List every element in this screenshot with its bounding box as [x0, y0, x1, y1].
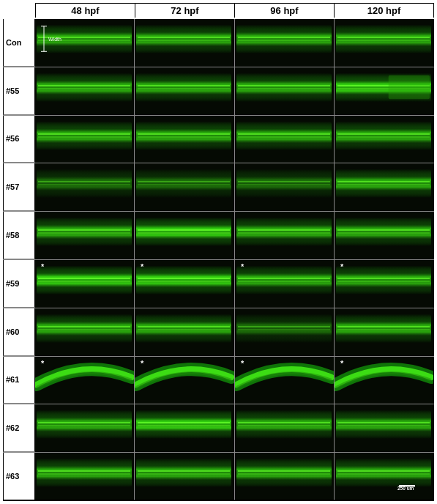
- image-cell-r3-c2: [235, 163, 335, 211]
- image-cell-r3-c3: [335, 163, 434, 211]
- image-cell-r4-c3: [335, 212, 434, 259]
- svg-rect-50: [336, 122, 431, 150]
- svg-rect-130: [37, 410, 132, 439]
- image-cell-r4-c1: [135, 212, 234, 259]
- row-label-4: #58: [3, 212, 35, 259]
- svg-rect-138: [236, 410, 332, 439]
- svg-text:*: *: [241, 262, 244, 271]
- image-cell-r6-c1: [135, 308, 234, 356]
- row-label-1: #55: [3, 67, 35, 115]
- table-row: #56: [3, 116, 434, 164]
- svg-rect-42: [136, 122, 231, 150]
- image-cell-r0-c2: [235, 19, 335, 67]
- svg-rect-134: [136, 410, 231, 439]
- svg-rect-110: [136, 314, 231, 343]
- svg-rect-58: [136, 169, 231, 198]
- header-col-3: 120 hpf: [334, 3, 434, 18]
- image-cell-r8-c2: [235, 404, 335, 452]
- image-cell-r7-c3: *: [335, 357, 434, 404]
- image-cell-r4-c2: [235, 212, 335, 259]
- image-cell-r1-c0: [35, 67, 135, 115]
- svg-rect-66: [336, 169, 431, 198]
- svg-text:*: *: [141, 359, 144, 368]
- table-row: #58: [3, 212, 434, 260]
- svg-rect-96: [236, 266, 332, 294]
- svg-rect-106: [37, 314, 132, 343]
- main-container: 48 hpf72 hpf96 hpf120 hpf ConWidth#55#56…: [0, 0, 437, 504]
- table-row: ConWidth: [3, 19, 434, 67]
- image-cell-r2-c3: [335, 116, 434, 163]
- image-cell-r1-c3: [335, 67, 434, 115]
- image-cell-r3-c1: [135, 163, 234, 211]
- image-cell-r5-c3: *: [335, 260, 434, 308]
- image-cell-r5-c1: *: [135, 260, 234, 308]
- svg-rect-118: [336, 314, 431, 343]
- svg-rect-13: [236, 25, 332, 53]
- svg-rect-54: [37, 169, 132, 198]
- image-cell-r0-c0: Width: [35, 19, 135, 67]
- svg-rect-142: [336, 410, 431, 439]
- image-cell-r6-c2: [235, 308, 335, 356]
- svg-rect-70: [37, 218, 132, 246]
- svg-rect-114: [236, 314, 332, 343]
- svg-rect-62: [236, 169, 332, 198]
- table-row: #59****: [3, 260, 434, 308]
- svg-text:250 um: 250 um: [397, 486, 414, 491]
- image-cell-r5-c2: *: [235, 260, 335, 308]
- image-cell-r0-c3: [335, 19, 434, 67]
- image-cell-r9-c0: [35, 453, 135, 500]
- row-label-8: #62: [3, 404, 35, 452]
- svg-rect-21: [37, 73, 132, 102]
- svg-rect-82: [336, 218, 431, 246]
- image-cell-r9-c3: 250 um: [335, 453, 434, 500]
- svg-rect-17: [336, 25, 431, 53]
- svg-text:*: *: [41, 359, 45, 368]
- header-col-2: 96 hpf: [234, 3, 334, 18]
- image-cell-r7-c0: *: [35, 357, 135, 404]
- image-cell-r4-c0: [35, 212, 135, 259]
- image-cell-r7-c1: *: [135, 357, 234, 404]
- svg-rect-36: [388, 75, 429, 99]
- image-cell-r1-c2: [235, 67, 335, 115]
- row-label-2: #56: [3, 116, 35, 163]
- image-cell-r6-c0: [35, 308, 135, 356]
- row-label-9: #63: [3, 453, 35, 500]
- svg-text:*: *: [340, 359, 344, 368]
- row-label-6: #60: [3, 308, 35, 356]
- image-cell-r8-c0: [35, 404, 135, 452]
- image-cell-r9-c1: [135, 453, 234, 500]
- header-col-1: 72 hpf: [135, 3, 234, 18]
- table-row: #60: [3, 308, 434, 357]
- image-cell-r9-c2: [235, 453, 335, 500]
- header-col-0: 48 hpf: [35, 3, 135, 18]
- svg-rect-86: [37, 266, 132, 294]
- svg-rect-158: [336, 459, 431, 487]
- svg-rect-101: [336, 266, 431, 294]
- row-label-5: #59: [3, 260, 35, 308]
- image-cell-r1-c1: [135, 67, 234, 115]
- svg-rect-46: [236, 122, 332, 150]
- image-cell-r7-c2: *: [235, 357, 335, 404]
- row-label-7: #61: [3, 357, 35, 404]
- row-label-3: #57: [3, 163, 35, 211]
- table-row: #55: [3, 67, 434, 116]
- image-cell-r8-c1: [135, 404, 234, 452]
- svg-text:*: *: [340, 262, 344, 271]
- svg-rect-154: [236, 459, 332, 487]
- svg-rect-150: [136, 459, 231, 487]
- svg-rect-38: [37, 122, 132, 150]
- image-cell-r6-c3: [335, 308, 434, 356]
- image-cell-r2-c2: [235, 116, 335, 163]
- image-cell-r3-c0: [35, 163, 135, 211]
- data-rows: ConWidth#55#56#57#58#59****#60#61****#62…: [3, 19, 434, 501]
- svg-text:Width: Width: [48, 37, 61, 42]
- svg-rect-91: [136, 266, 231, 294]
- image-cell-r2-c0: [35, 116, 135, 163]
- svg-rect-74: [136, 218, 231, 246]
- svg-rect-25: [136, 73, 231, 102]
- image-cell-r8-c3: [335, 404, 434, 452]
- table-row: #63250 um: [3, 453, 434, 501]
- table-row: #62: [3, 404, 434, 453]
- header-row: 48 hpf72 hpf96 hpf120 hpf: [35, 3, 434, 18]
- svg-text:*: *: [141, 262, 144, 271]
